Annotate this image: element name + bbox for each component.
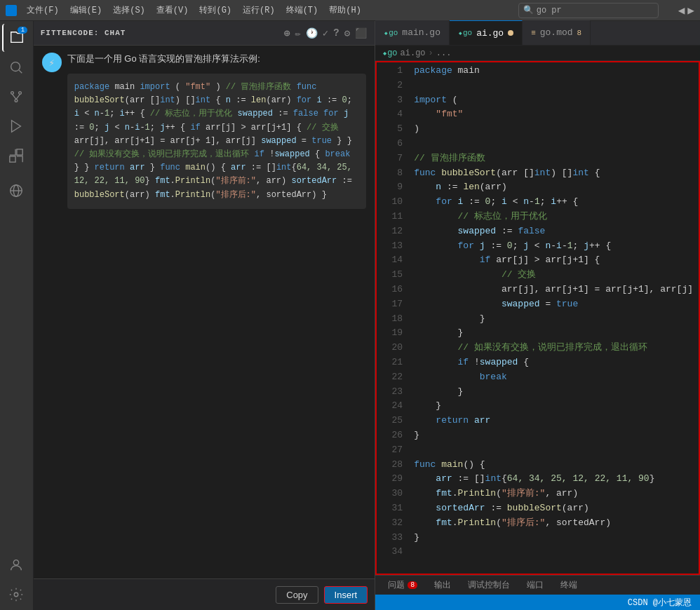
tab-label-go-mod: go.mod xyxy=(540,27,573,38)
breadcrumb-sep: › xyxy=(429,48,433,58)
tab-main-go[interactable]: ⬥go main.go xyxy=(375,20,450,45)
chat-intro-text: 下面是一个用 Go 语言实现的冒泡排序算法示例: xyxy=(67,53,366,65)
tab-bar: ⬥go main.go ⬥go ai.go ≡ go.mod 8 xyxy=(375,21,700,46)
menu-select[interactable]: 选择(S) xyxy=(109,3,149,18)
tab-ai-go[interactable]: ⬥go ai.go xyxy=(450,20,523,45)
terminal-label: 终端 xyxy=(560,579,577,591)
menu-help[interactable]: 帮助(H) xyxy=(325,3,365,18)
svg-line-6 xyxy=(16,94,20,99)
main-layout: 1 FITTENCODE: CHAT ⊕ ✏ xyxy=(0,21,700,610)
chat-content: ⚡ 下面是一个用 Go 语言实现的冒泡排序算法示例: package main … xyxy=(34,46,375,578)
svg-point-14 xyxy=(15,592,19,597)
run-icon xyxy=(8,118,24,134)
menu-file[interactable]: 文件(F) xyxy=(22,3,63,18)
editor-body: 1234 5678 9101112 13141516 17181920 2122… xyxy=(375,61,700,575)
breadcrumb-go-icon: ⬥go xyxy=(382,48,397,58)
svg-point-4 xyxy=(15,100,18,102)
bottom-tab-debug[interactable]: 调试控制台 xyxy=(461,576,517,595)
svg-line-1 xyxy=(20,70,22,73)
menu-view[interactable]: 查看(V) xyxy=(152,3,193,18)
window-controls: ◀ ▶ xyxy=(678,4,694,18)
app-icon xyxy=(6,5,17,16)
copy-button[interactable]: Copy xyxy=(276,586,318,604)
svg-rect-9 xyxy=(17,149,22,155)
activity-run[interactable] xyxy=(2,112,30,140)
ports-label: 端口 xyxy=(527,579,544,591)
new-chat-icon[interactable]: ⊕ xyxy=(284,27,290,39)
code-block-chat: package main import ( "fmt" ) // 冒泡排序函数 … xyxy=(67,74,366,209)
avatar: ⚡ xyxy=(42,53,62,72)
activity-search[interactable] xyxy=(2,53,30,81)
menu-goto[interactable]: 转到(G) xyxy=(195,3,236,18)
notification-badge: 1 xyxy=(18,27,27,34)
menu-bar: 文件(F) 编辑(E) 选择(S) 查看(V) 转到(G) 运行(R) 终端(T… xyxy=(22,3,365,18)
watermark-text: CSDN @小七蒙恩 xyxy=(628,597,692,609)
activity-explorer[interactable]: 1 xyxy=(2,24,30,52)
search-text: go pr xyxy=(537,6,562,15)
bottom-tab-problems[interactable]: 问题 8 xyxy=(381,576,424,595)
output-label: 输出 xyxy=(434,579,451,591)
nav-back[interactable]: ◀ xyxy=(678,4,685,18)
extensions-icon xyxy=(8,148,24,163)
settings-icon xyxy=(8,587,24,602)
svg-point-13 xyxy=(14,560,19,565)
breadcrumb-file[interactable]: ai.go xyxy=(401,48,426,58)
mod-count: 8 xyxy=(577,29,582,37)
bottom-tabs: 问题 8 输出 调试控制台 端口 终端 xyxy=(375,575,700,595)
insert-button[interactable]: Insert xyxy=(324,586,368,604)
tab-label-ai-go: ai.go xyxy=(476,28,504,39)
breadcrumb-path: ... xyxy=(436,48,452,58)
problem-count-badge: 8 xyxy=(408,581,417,589)
activity-settings[interactable] xyxy=(2,581,30,609)
line-numbers: 1234 5678 9101112 13141516 17181920 2122… xyxy=(377,62,408,574)
nav-forward[interactable]: ▶ xyxy=(687,4,694,18)
svg-line-5 xyxy=(13,94,17,99)
history-icon[interactable]: 🕐 xyxy=(306,27,318,39)
breadcrumb: ⬥go ai.go › ... xyxy=(375,46,700,61)
side-panel: FITTENCODE: CHAT ⊕ ✏ 🕐 ✓ ? ⚙ ⬛ ⚡ 下面是一个用 … xyxy=(34,21,375,610)
activity-extensions[interactable] xyxy=(2,142,30,170)
svg-point-0 xyxy=(11,62,20,72)
menu-terminal[interactable]: 终端(T) xyxy=(282,3,323,18)
question-icon[interactable]: ? xyxy=(333,27,339,39)
search-icon xyxy=(8,60,24,75)
side-panel-header: FITTENCODE: CHAT ⊕ ✏ 🕐 ✓ ? ⚙ ⬛ xyxy=(34,21,375,46)
source-control-icon xyxy=(8,89,24,104)
bottom-tab-output[interactable]: 输出 xyxy=(427,576,458,595)
search-bar[interactable]: 🔍 go pr xyxy=(518,3,659,18)
tab-go-mod[interactable]: ≡ go.mod 8 xyxy=(523,20,591,45)
svg-point-3 xyxy=(19,92,22,95)
mod-icon: ≡ xyxy=(531,29,536,37)
svg-rect-8 xyxy=(10,156,15,162)
settings-icon-chat[interactable]: ⚙ xyxy=(344,27,351,39)
check-icon[interactable]: ✓ xyxy=(323,27,329,39)
code-editor[interactable]: package main import ( "fmt" ) // 冒泡排序函数 … xyxy=(408,62,699,574)
titlebar: 文件(F) 编辑(E) 选择(S) 查看(V) 转到(G) 运行(R) 终端(T… xyxy=(0,0,700,21)
side-panel-header-icons: ⊕ ✏ 🕐 ✓ ? ⚙ ⬛ xyxy=(284,27,368,39)
chat-action-bar: Copy Insert xyxy=(34,578,375,610)
layout-icon[interactable]: ⬛ xyxy=(355,27,368,39)
menu-edit[interactable]: 编辑(E) xyxy=(66,3,107,18)
activity-bar: 1 xyxy=(0,21,34,610)
pencil-icon[interactable]: ✏ xyxy=(295,27,301,39)
problems-label: 问题 xyxy=(388,579,405,591)
activity-source-control[interactable] xyxy=(2,83,30,111)
bottom-tab-terminal[interactable]: 终端 xyxy=(553,576,584,595)
activity-remote[interactable] xyxy=(2,177,30,205)
svg-marker-7 xyxy=(12,121,21,133)
remote-icon xyxy=(8,183,24,198)
status-bar: CSDN @小七蒙恩 xyxy=(375,595,700,610)
editor-area: ⬥go main.go ⬥go ai.go ≡ go.mod 8 ⬥go ai.… xyxy=(375,21,700,610)
chat-message: ⚡ 下面是一个用 Go 语言实现的冒泡排序算法示例: package main … xyxy=(42,53,366,209)
modified-dot xyxy=(508,30,513,36)
side-panel-title: FITTENCODE: CHAT xyxy=(41,29,126,37)
activity-account[interactable] xyxy=(2,551,30,579)
debug-console-label: 调试控制台 xyxy=(468,579,510,591)
go-icon-main: ⬥go xyxy=(384,29,398,37)
bottom-tab-ports[interactable]: 端口 xyxy=(520,576,551,595)
account-icon xyxy=(8,557,24,573)
menu-run[interactable]: 运行(R) xyxy=(238,3,279,18)
svg-point-2 xyxy=(11,92,14,95)
search-icon: 🔍 xyxy=(523,5,534,15)
go-icon-ai: ⬥go xyxy=(458,29,472,37)
